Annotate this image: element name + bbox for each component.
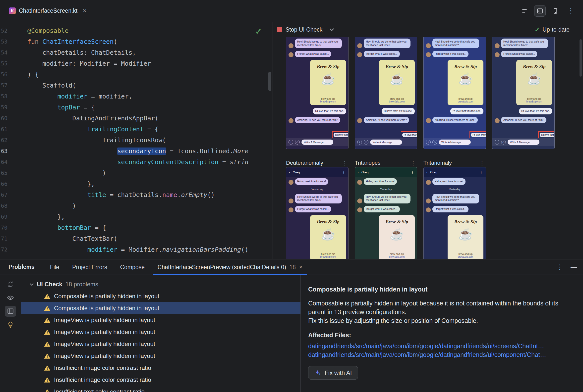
preview-phone[interactable]: ‹Greg⋮Haha, next time for sure!Yesterday… [355,167,417,259]
chat-message: Haha, next time for sure! [286,177,348,186]
problems-tab-3[interactable]: ChatInterfaceScreenPreview (sortedChatDe… [151,260,309,275]
up-to-date-label: Up-to-date [542,26,569,33]
warning-icon [44,329,51,336]
code-line[interactable]: 67 title = chatDetails.name.orEmpty() [0,190,272,200]
problem-row[interactable]: Insufficient image color contrast ratio [21,374,301,386]
problems-panel-title[interactable]: Problems [9,264,35,270]
line-content: }, [18,212,272,222]
problems-tab-1[interactable]: Project Errors [66,260,114,275]
clipped-bubble: I'd love that! It's this one. [540,133,555,137]
code-line[interactable]: 57 Scaffold( [0,80,272,91]
preview-phone[interactable]: ‹Greg⋮Haha, next time for sure!Yesterday… [286,167,349,259]
chat-header: ‹Greg⋮ [355,168,417,177]
code-line[interactable]: 56) { [0,69,272,80]
code-line[interactable]: 52@Composable [0,25,272,36]
code-line[interactable]: 71 ChatTextBar( [0,233,272,244]
back-icon: ‹ [289,170,290,175]
code-line[interactable]: 55 modifier: Modifier = Modifier [0,58,272,69]
stop-icon[interactable] [277,27,282,32]
design-mode-icon[interactable] [550,5,561,17]
editor-scrollbar[interactable] [268,72,271,91]
code-line[interactable]: 54 chatDetails: ChatDetails, [0,47,272,58]
affected-file-link[interactable]: datingandfriends/src/main/java/com/ibm/g… [308,342,575,350]
problem-text: Composable is partially hidden in layout [54,293,159,300]
file-tab[interactable]: K ChatInterfaceScreen.kt × [7,0,89,22]
problem-row[interactable]: ImageView is partially hidden in layout [21,350,301,362]
warning-icon [44,388,51,392]
code-line[interactable]: 70 bottomBar = { [0,222,272,233]
avatar [357,118,362,123]
chat-bubble: Amazing, I'll see you there at 2pm? [432,117,478,123]
stop-ui-check-label[interactable]: Stop UI Check [285,26,322,33]
line-number: 72 [0,244,18,255]
lightbulb-icon[interactable] [5,319,16,330]
problem-row[interactable]: ImageView is partially hidden in layout [21,314,301,326]
chevron-down-icon[interactable] [329,28,334,31]
chat-bubble: I forgot what it was called... [364,51,400,57]
problem-row[interactable]: Insufficient text color contrast ratio [21,386,301,392]
inspection-ok-icon[interactable]: ✓ [255,26,262,36]
problems-more-icon[interactable]: ⋮ [557,263,563,271]
selected-identifier: secondaryIcon [117,148,166,155]
code-line[interactable]: 59 topBar = { [0,102,272,113]
code-line[interactable]: 66 }, [0,178,272,190]
more-options-icon[interactable]: ⋮ [565,5,576,17]
avatar [495,118,500,123]
problems-list: Composable is partially hidden in layout… [21,290,301,392]
preview-phone[interactable]: ‹Greg⋮Haha, next time for sure!Yesterday… [423,167,486,259]
code-line[interactable]: 61 trailingContent = { [0,124,272,135]
code-line[interactable]: 69 }, [0,212,272,222]
problems-minimize-icon[interactable]: — [570,263,577,271]
preview-more-icon[interactable]: ⋮ [479,160,486,166]
problems-tab-2[interactable]: Compose [114,260,151,275]
chat-message: Amazing, I'll see you there at 2pm? [424,116,486,124]
preview-more-icon[interactable]: ⋮ [342,160,349,166]
code-editor[interactable]: 52@Composable 53fun ChatInterfaceScreen(… [0,22,273,259]
affected-files-label: Affected Files: [308,332,575,339]
code-line[interactable]: 60 DatingAndFriendsAppBar( [0,113,272,124]
preview-phone[interactable]: Hey! Should we go to that cafe you menti… [423,37,486,149]
message-input-bar: +☺Write A Message [286,138,348,146]
warning-icon [44,317,51,324]
contact-name: Greg [430,170,477,174]
message-input: Write A Message [370,140,402,145]
code-line[interactable]: 65 ) [0,168,272,178]
tab-close-icon[interactable]: × [83,7,86,15]
preview-eye-icon[interactable] [5,292,16,303]
chat-bubble: Haha, next time for sure! [295,178,328,185]
code-token: title [87,191,106,198]
preview-pane: Stop UI Check ✓ Up-to-date Hey! Should w… [273,22,583,259]
details-view-icon[interactable] [5,306,16,317]
preview-phone[interactable]: Hey! Should we go to that cafe you menti… [492,37,555,149]
code-line[interactable]: 68 ) [0,200,272,212]
problem-row[interactable]: Insufficient image color contrast ratio [21,362,301,374]
code-line[interactable]: 53fun ChatInterfaceScreen( [0,36,272,47]
preview-phone[interactable]: Hey! Should we go to that cafe you menti… [286,37,349,149]
code-line[interactable]: 72 modifier = Modifier.navigationBarsPad… [0,244,272,255]
problems-tab-0[interactable]: File [44,260,66,275]
affected-file-link[interactable]: datingandfriends/src/main/java/com/ibm/g… [308,350,575,359]
split-mode-icon[interactable] [534,5,546,17]
preview-label: Deuteranomaly [286,160,323,166]
code-mode-icon[interactable] [519,5,530,17]
code-line[interactable]: 58 modifier = modifier, [0,91,272,102]
ui-check-group[interactable]: UI Check 18 problems [21,278,301,290]
problem-row[interactable]: Composable is partially hidden in layout [21,302,301,314]
tab-close-icon[interactable]: × [299,264,303,270]
preview-phone[interactable]: Hey! Should we go to that cafe you menti… [355,37,417,149]
chat-bubble: I'd love that! It's this one. [519,108,552,114]
code-line[interactable]: 62 TrailingIconsRow( [0,135,272,146]
message-input: Write A Message [302,140,333,145]
problem-row[interactable]: Composable is partially hidden in layout [21,290,301,302]
chat-message: Hey! Should we go to that cafe you menti… [424,192,486,205]
code-line[interactable]: 64 secondaryContentDescription = strin [0,157,272,168]
code-line[interactable]: 63 secondaryIcon = Icons.Outlined.More [0,146,272,157]
fix-with-ai-button[interactable]: Fix with AI [308,366,358,380]
problem-row[interactable]: ImageView is partially hidden in layout [21,326,301,338]
avatar [357,198,362,204]
preview-more-icon[interactable]: ⋮ [411,160,417,166]
refresh-icon[interactable] [5,279,16,290]
preview-scrollbar[interactable] [579,39,582,76]
problem-row[interactable]: ImageView is partially hidden in layout [21,338,301,350]
kotlin-file-icon: K [9,8,16,14]
